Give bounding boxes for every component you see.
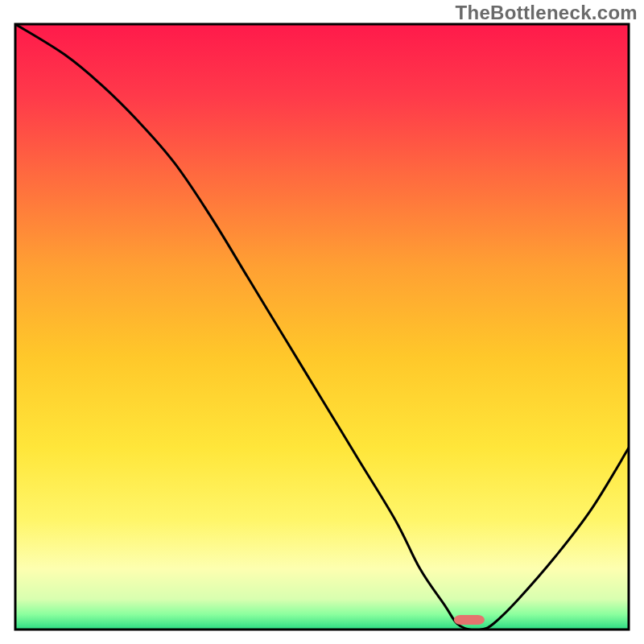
chart-container: TheBottleneck.com — [0, 0, 644, 644]
optimal-marker — [454, 615, 485, 625]
bottleneck-chart — [0, 0, 644, 644]
watermark-text: TheBottleneck.com — [456, 2, 638, 24]
gradient-background — [15, 24, 629, 630]
